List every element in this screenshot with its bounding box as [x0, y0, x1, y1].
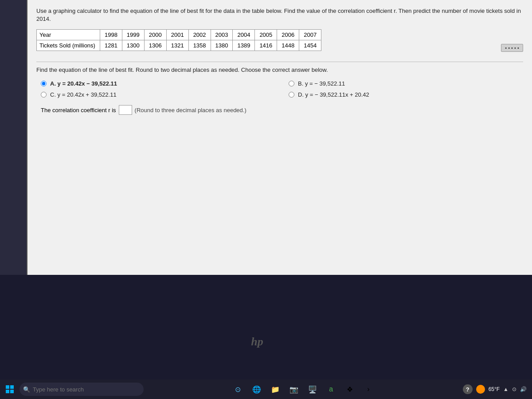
- year-1999: 1999: [122, 30, 144, 40]
- tickets-2005: 1416: [255, 40, 277, 51]
- year-2000: 2000: [144, 30, 166, 40]
- answers-grid: A. y = 20.42x − 39,522.11 B. y = − 39,52…: [36, 80, 523, 98]
- tickets-2006: 1448: [277, 40, 299, 51]
- question-area: Use a graphing calculator to find the eq…: [27, 0, 532, 119]
- svg-rect-2: [6, 390, 9, 393]
- answer-option-a[interactable]: A. y = 20.42x − 39,522.11: [41, 80, 271, 87]
- answer-label-a: A. y = 20.42x − 39,522.11: [50, 80, 117, 87]
- radio-c[interactable]: [41, 92, 47, 98]
- expand-table-button[interactable]: • • • • •: [501, 44, 523, 52]
- taskbar-folder-icon[interactable]: 📁: [267, 381, 283, 397]
- dots-icon: • • • • •: [505, 45, 519, 51]
- svg-rect-3: [10, 390, 14, 393]
- taskbar-cortana-icon[interactable]: ⊙: [230, 381, 246, 397]
- network-icon[interactable]: ⊙: [512, 386, 516, 392]
- taskbar-browser-icon[interactable]: 🌐: [249, 381, 265, 397]
- tickets-label: Tickets Sold (millions): [37, 40, 100, 51]
- tickets-2004: 1389: [233, 40, 255, 51]
- year-2001: 2001: [166, 30, 188, 40]
- year-label: Year: [37, 30, 100, 40]
- taskbar: 🔍 ⊙ 🌐 📁 📷 🖥️ a ❖ › ? 65°F ▲ ⊙ 🔊: [0, 379, 532, 399]
- year-2007: 2007: [299, 30, 321, 40]
- radio-d[interactable]: [289, 92, 294, 98]
- radio-a[interactable]: [41, 81, 47, 86]
- year-2004: 2004: [233, 30, 255, 40]
- year-2006: 2006: [277, 30, 299, 40]
- year-2005: 2005: [255, 30, 277, 40]
- taskbar-right: ? 65°F ▲ ⊙ 🔊: [463, 384, 530, 394]
- tickets-2001: 1321: [166, 40, 188, 51]
- year-1998: 1998: [100, 30, 122, 40]
- bottom-dark-area: hp: [0, 275, 532, 379]
- correlation-note: (Round to three decimal places as needed…: [135, 107, 246, 113]
- windows-icon: [6, 385, 14, 393]
- answer-label-d: D. y = − 39,522.11x + 20.42: [298, 91, 369, 98]
- year-2002: 2002: [188, 30, 211, 40]
- hp-logo: hp: [239, 331, 275, 353]
- main-content: Use a graphing calculator to find the eq…: [27, 0, 532, 275]
- taskbar-app2-icon[interactable]: 🖥️: [305, 381, 321, 397]
- taskbar-middle: ⊙ 🌐 📁 📷 🖥️ a ❖ ›: [145, 381, 461, 397]
- taskbar-app1-icon[interactable]: 📷: [286, 381, 302, 397]
- answer-option-d[interactable]: D. y = − 39,522.11x + 20.42: [289, 91, 519, 98]
- tickets-2003: 1380: [211, 40, 233, 51]
- taskbar-search-wrap: 🔍: [20, 383, 144, 396]
- taskbar-user-indicator: [476, 385, 485, 394]
- divider: [36, 62, 523, 62]
- tickets-2000: 1306: [144, 40, 166, 51]
- svg-rect-0: [6, 385, 9, 389]
- taskbar-app5-icon[interactable]: ›: [360, 381, 376, 397]
- svg-rect-1: [10, 385, 14, 389]
- tickets-2002: 1358: [188, 40, 211, 51]
- correlation-input[interactable]: [119, 105, 132, 115]
- correlation-text: The correlation coefficient r is: [41, 107, 116, 113]
- correlation-row: The correlation coefficient r is (Round …: [36, 105, 523, 115]
- radio-b[interactable]: [289, 81, 294, 86]
- taskbar-search-input[interactable]: [20, 383, 144, 396]
- find-equation-instruction: Find the equation of the line of best fi…: [36, 66, 523, 73]
- question-header: Use a graphing calculator to find the eq…: [36, 7, 523, 23]
- temperature-display: 65°F: [489, 386, 500, 392]
- answer-label-c: C. y = 20.42x + 39,522.11: [50, 91, 117, 98]
- left-sidebar: [0, 0, 27, 275]
- volume-icon[interactable]: 🔊: [520, 386, 527, 392]
- answer-option-c[interactable]: C. y = 20.42x + 39,522.11: [41, 91, 271, 98]
- taskbar-app4-icon[interactable]: ❖: [342, 381, 358, 397]
- tickets-1998: 1281: [100, 40, 122, 51]
- answer-option-b[interactable]: B. y = − 39,522.11: [289, 80, 519, 87]
- answer-label-b: B. y = − 39,522.11: [298, 80, 345, 87]
- year-2003: 2003: [211, 30, 233, 40]
- tickets-2007: 1454: [299, 40, 321, 51]
- windows-start-button[interactable]: [2, 381, 18, 397]
- help-circle-icon[interactable]: ?: [463, 384, 473, 394]
- tickets-1999: 1300: [122, 40, 144, 51]
- taskbar-app3-icon[interactable]: a: [323, 381, 339, 397]
- data-table: Year 1998 1999 2000 2001 2002 2003 2004 …: [36, 29, 321, 51]
- up-arrow-icon[interactable]: ▲: [503, 386, 509, 392]
